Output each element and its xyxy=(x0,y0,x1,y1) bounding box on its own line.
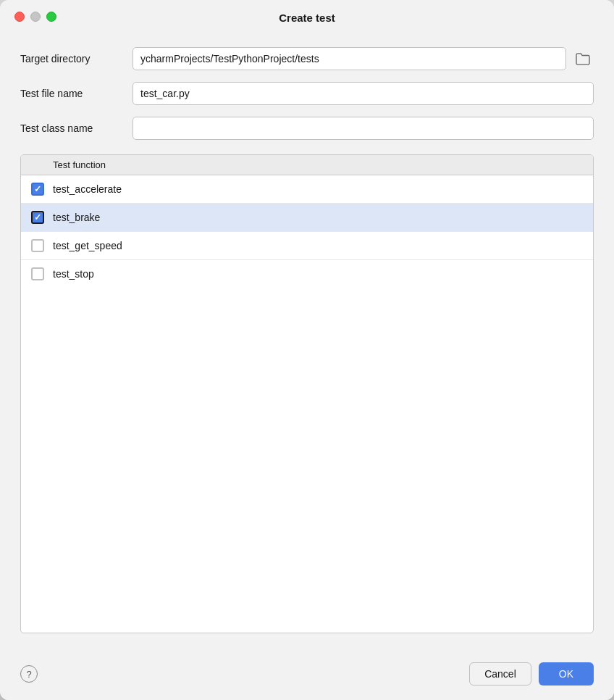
checkbox-wrapper-test-get-speed xyxy=(30,238,46,254)
test-file-name-input-wrapper xyxy=(133,82,594,105)
checkbox-wrapper-test-accelerate: ✓ xyxy=(30,181,46,197)
target-directory-row: Target directory xyxy=(20,47,594,70)
dialog-content: Target directory Test file name Test cla… xyxy=(0,33,614,651)
checkbox-wrapper-test-stop xyxy=(30,266,46,282)
checkmark-icon: ✓ xyxy=(34,185,41,193)
table-header: Test function xyxy=(21,155,593,175)
checkbox-test-brake[interactable]: ✓ xyxy=(31,211,44,224)
test-file-name-row: Test file name xyxy=(20,82,594,105)
table-row[interactable]: ✓ test_accelerate xyxy=(21,175,593,204)
folder-icon xyxy=(575,52,591,65)
checkbox-test-accelerate[interactable]: ✓ xyxy=(31,183,44,196)
create-test-dialog: Create test Target directory Test file n… xyxy=(0,0,614,700)
minimize-button[interactable] xyxy=(30,12,41,22)
checkbox-wrapper-test-brake: ✓ xyxy=(30,209,46,225)
dialog-title: Create test xyxy=(279,12,335,24)
title-bar: Create test xyxy=(0,0,614,33)
test-function-label: test_get_speed xyxy=(53,240,122,251)
maximize-button[interactable] xyxy=(46,12,56,22)
cancel-button[interactable]: Cancel xyxy=(469,662,531,686)
test-class-name-input-wrapper xyxy=(133,117,594,140)
test-function-label: test_brake xyxy=(53,212,100,223)
test-class-name-label: Test class name xyxy=(20,122,133,134)
table-row[interactable]: test_stop xyxy=(21,260,593,288)
checkmark-icon: ✓ xyxy=(34,213,41,222)
test-function-label: test_stop xyxy=(53,268,94,280)
test-class-name-row: Test class name xyxy=(20,117,594,140)
table-row[interactable]: ✓ test_brake xyxy=(21,204,593,232)
help-button[interactable]: ? xyxy=(20,665,38,683)
target-directory-input[interactable] xyxy=(133,47,566,70)
checkbox-test-stop[interactable] xyxy=(31,267,44,280)
target-directory-label: Target directory xyxy=(20,53,133,64)
test-functions-table: Test function ✓ test_accelerate ✓ te xyxy=(20,154,594,633)
test-class-name-input[interactable] xyxy=(133,117,594,140)
footer-buttons: Cancel OK xyxy=(469,662,594,686)
browse-folder-button[interactable] xyxy=(572,49,594,68)
dialog-footer: ? Cancel OK xyxy=(0,651,614,700)
close-button[interactable] xyxy=(14,12,25,22)
target-directory-input-wrapper xyxy=(133,47,594,70)
test-file-name-label: Test file name xyxy=(20,88,133,99)
table-row[interactable]: test_get_speed xyxy=(21,232,593,260)
ok-button[interactable]: OK xyxy=(539,662,594,686)
test-function-column-header: Test function xyxy=(53,159,106,170)
checkbox-test-get-speed[interactable] xyxy=(31,239,44,252)
test-file-name-input[interactable] xyxy=(133,82,594,105)
test-function-label: test_accelerate xyxy=(53,183,122,195)
traffic-lights xyxy=(14,12,56,22)
